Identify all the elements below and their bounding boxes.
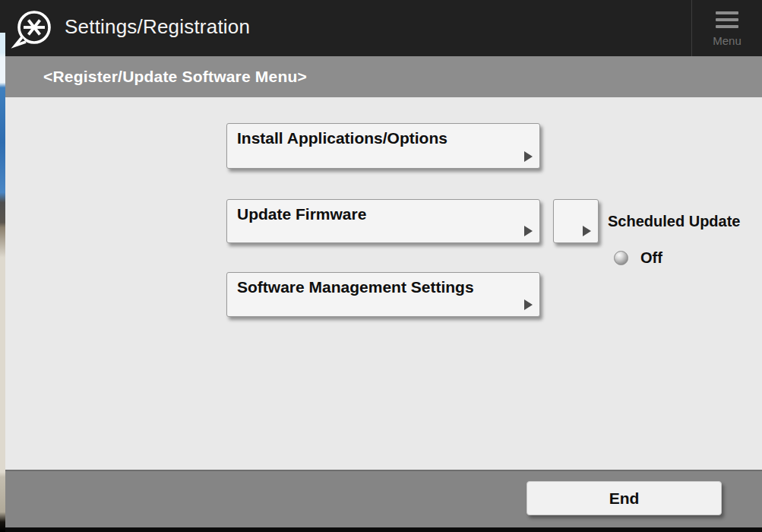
scheduled-update-status: Off [640, 249, 662, 267]
page-title: Settings/Registration [65, 15, 250, 39]
breadcrumb: <Register/Update Software Menu> [43, 68, 307, 86]
arrow-right-icon [524, 226, 533, 236]
status-orb-icon [614, 251, 628, 265]
bottom-black-strip [0, 527, 762, 532]
menu-button[interactable]: Menu [691, 0, 762, 56]
device-screen: Settings/Registration Menu <Register/Upd… [0, 0, 762, 532]
button-label: Install Applications/Options [237, 129, 447, 147]
settings-registration-icon [11, 7, 55, 51]
button-label: Update Firmware [237, 205, 366, 223]
button-label: Software Management Settings [237, 278, 474, 296]
breadcrumb-bar: <Register/Update Software Menu> [0, 56, 762, 97]
desktop-edge-artifact [0, 33, 5, 532]
end-button[interactable]: End [526, 481, 722, 515]
arrow-right-icon [524, 299, 533, 310]
hamburger-icon [716, 11, 738, 28]
scheduled-update-status-row: Off [614, 249, 662, 267]
install-applications-options-button[interactable]: Install Applications/Options [226, 123, 540, 169]
header-bar: Settings/Registration Menu [0, 0, 762, 56]
scheduled-update-button[interactable] [553, 199, 599, 243]
menu-button-label: Menu [713, 34, 741, 47]
arrow-right-icon [583, 226, 591, 236]
scheduled-update-label: Scheduled Update [608, 213, 740, 230]
arrow-right-icon [524, 151, 533, 162]
software-management-settings-button[interactable]: Software Management Settings [226, 272, 540, 317]
update-firmware-button[interactable]: Update Firmware [226, 199, 540, 243]
